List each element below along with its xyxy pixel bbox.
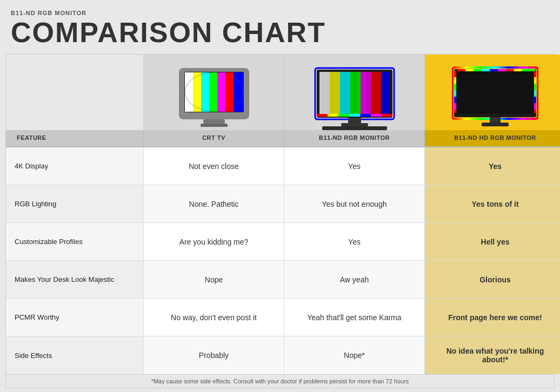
crt-cell: No way, don't even post it <box>144 299 284 336</box>
feature-label: FEATURE <box>6 130 144 147</box>
hd-cell: Hell yes <box>425 223 560 260</box>
table-row: Customizable Profiles Are you kidding me… <box>6 223 560 261</box>
svg-rect-55 <box>482 69 490 71</box>
svg-rect-29 <box>348 118 361 123</box>
svg-rect-60 <box>522 69 535 71</box>
b11-cell: Yes but not enough <box>284 185 425 222</box>
table-row: 4K Display Not even close Yes Yes <box>6 147 560 185</box>
feature-col-header <box>6 55 144 130</box>
svg-rect-18 <box>350 72 361 114</box>
hd-cell: Yes tons of it <box>425 185 560 222</box>
svg-rect-41 <box>454 90 456 97</box>
svg-rect-28 <box>382 114 392 117</box>
table-row: PCMR Worthy No way, don't even post it Y… <box>6 299 560 336</box>
crt-cell: Nope <box>144 261 284 298</box>
svg-rect-35 <box>458 73 532 113</box>
svg-rect-2 <box>185 72 193 112</box>
crt-cell: Not even close <box>144 147 284 185</box>
hd-col-header <box>425 55 560 130</box>
svg-rect-22 <box>317 114 328 117</box>
svg-rect-26 <box>360 114 371 117</box>
svg-rect-31 <box>322 126 387 130</box>
svg-rect-45 <box>534 71 536 77</box>
b11-cell: Nope* <box>284 336 425 374</box>
svg-rect-56 <box>490 69 498 71</box>
b11-cell: Yes <box>284 223 425 260</box>
col-headers <box>6 55 554 130</box>
hd-cell: No idea what you're talking about!* <box>425 336 560 374</box>
svg-rect-20 <box>371 72 381 114</box>
header-area: B11-ND RGB MONITOR COMPARISON CHART <box>0 0 560 54</box>
svg-rect-42 <box>454 97 456 103</box>
svg-rect-19 <box>361 72 371 114</box>
svg-rect-37 <box>482 123 509 126</box>
hd-cell: Front page here we come! <box>425 299 560 336</box>
svg-rect-59 <box>514 69 522 71</box>
crt-label: CRT TV <box>144 130 284 147</box>
svg-rect-36 <box>490 117 501 123</box>
svg-rect-57 <box>498 69 506 71</box>
hd-cell: Yes <box>425 147 560 185</box>
hd-cell: Glorious <box>425 261 560 298</box>
svg-rect-16 <box>330 72 340 114</box>
feature-cell: Side Effects <box>6 336 144 374</box>
svg-rect-52 <box>457 69 465 71</box>
feature-cell: 4K Display <box>6 147 144 185</box>
crt-cell: Probably <box>144 336 284 374</box>
hd-label: B11-ND HD RGB MONITOR <box>425 130 560 147</box>
crt-cell: None. Pathetic <box>144 185 284 222</box>
col-label-row: FEATURE CRT TV B11-ND RGB MONITOR B11-ND… <box>6 130 554 147</box>
crt-col-header <box>144 55 284 130</box>
svg-rect-39 <box>454 77 456 84</box>
b11-label: B11-ND RGB MONITOR <box>284 130 425 147</box>
svg-rect-5 <box>209 72 217 112</box>
svg-rect-24 <box>338 114 349 117</box>
svg-rect-10 <box>201 124 228 127</box>
svg-rect-21 <box>381 72 390 114</box>
b11-col-header <box>284 55 425 130</box>
main-title: COMPARISON CHART <box>11 18 549 46</box>
svg-rect-40 <box>454 84 456 90</box>
b11-cell: Yeah that'll get some Karma <box>284 299 425 336</box>
feature-cell: Customizable Profiles <box>6 223 144 260</box>
svg-rect-17 <box>340 72 350 114</box>
data-rows: 4K Display Not even close Yes Yes RGB Li… <box>6 147 554 374</box>
table-row: Makes Your Desk Look Majestic Nope Aw ye… <box>6 261 560 299</box>
b11-cell: Aw yeah <box>284 261 425 298</box>
svg-rect-30 <box>341 123 368 126</box>
feature-cell: Makes Your Desk Look Majestic <box>6 261 144 298</box>
svg-rect-58 <box>506 69 514 71</box>
feature-cell: PCMR Worthy <box>6 299 144 336</box>
table-row: Side Effects Probably Nope* No idea what… <box>6 336 560 374</box>
svg-rect-50 <box>534 103 536 110</box>
crt-cell: Are you kidding me? <box>144 223 284 260</box>
svg-rect-23 <box>328 114 338 117</box>
svg-rect-15 <box>319 72 330 114</box>
svg-rect-51 <box>534 110 536 113</box>
subtitle: B11-ND RGB MONITOR <box>11 10 549 16</box>
svg-rect-38 <box>454 71 456 77</box>
svg-rect-53 <box>465 69 474 71</box>
svg-rect-6 <box>217 72 225 112</box>
svg-rect-48 <box>534 90 536 97</box>
svg-rect-25 <box>349 114 360 117</box>
svg-rect-44 <box>454 110 456 113</box>
svg-rect-9 <box>203 119 225 124</box>
feature-cell: RGB Lighting <box>6 185 144 222</box>
svg-rect-49 <box>534 97 536 103</box>
svg-rect-54 <box>474 69 482 71</box>
b11-cell: Yes <box>284 147 425 185</box>
svg-rect-46 <box>534 77 536 84</box>
svg-rect-47 <box>534 84 536 90</box>
svg-rect-27 <box>371 114 382 117</box>
table-row: RGB Lighting None. Pathetic Yes but not … <box>6 185 560 223</box>
chart-wrapper: FEATURE CRT TV B11-ND RGB MONITOR B11-ND… <box>5 54 555 388</box>
footer-note: *May cause some side effects. Consult wi… <box>6 374 554 388</box>
svg-rect-43 <box>454 103 456 110</box>
svg-rect-7 <box>225 72 234 112</box>
svg-rect-4 <box>201 72 209 112</box>
